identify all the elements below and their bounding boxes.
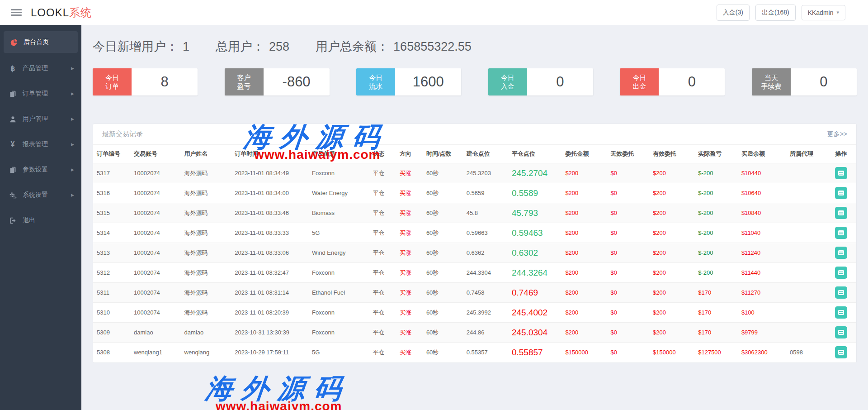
deposit-button[interactable]: 入金(3)	[717, 5, 750, 21]
table-cell-open: 0.6362	[463, 243, 508, 263]
card-today-flow: 今日流水 1600	[356, 68, 461, 95]
table-cell-time: 2023-11-01 08:33:06	[231, 243, 308, 263]
table-cell-duration: 60秒	[423, 163, 463, 183]
table-cell-action	[831, 343, 856, 362]
order-detail-button[interactable]	[835, 306, 847, 319]
table-row: 531310002074海外源码2023-11-01 08:33:06Wind …	[93, 243, 856, 263]
card-today-withdraw: 今日出金 0	[620, 68, 725, 95]
table-cell-account: 10002074	[130, 183, 181, 203]
sidebar-item-users[interactable]: 用户管理 ▶	[0, 106, 81, 132]
sidebar-item-orders[interactable]: 订单管理 ▶	[0, 81, 81, 106]
table-cell-duration: 60秒	[423, 243, 463, 263]
table-cell-balance: $10840	[738, 203, 786, 223]
table-header-row: 订单编号交易账号用户姓名订单时间产品信息状态方向时间/点数建仓点位平仓点位委托金…	[93, 145, 856, 163]
table-cell-action	[831, 263, 856, 283]
table-cell-name: 海外源码	[181, 283, 231, 303]
table-cell-id: 5311	[93, 283, 130, 303]
bitcoin-icon: ฿	[7, 64, 18, 73]
order-detail-button[interactable]	[835, 207, 847, 219]
table-cell-agent	[786, 243, 831, 263]
table-cell-close: 244.3264	[508, 263, 561, 283]
list-icon	[838, 171, 844, 176]
table-cell-id: 5315	[93, 203, 130, 223]
table-cell-duration: 60秒	[423, 203, 463, 223]
table-cell-account: 10002074	[130, 223, 181, 243]
stat-label: 总用户：	[216, 40, 264, 53]
card-today-deposit: 今日入金 0	[488, 68, 593, 95]
sidebar-item-label: 订单管理	[23, 90, 48, 98]
stat-label: 今日新增用户：	[93, 40, 178, 53]
table-cell-name: wenqiang	[181, 343, 231, 362]
table-cell-open: 245.3992	[463, 303, 508, 323]
table-cell-balance: $11440	[738, 263, 786, 283]
table-cell-time: 2023-10-29 17:59:11	[231, 343, 308, 362]
table-cell-balance: $11270	[738, 283, 786, 303]
table-cell-action	[831, 203, 856, 223]
withdraw-button[interactable]: 出金(168)	[755, 5, 796, 21]
table-cell-open: 0.7458	[463, 283, 508, 303]
column-header-id: 订单编号	[93, 145, 130, 163]
table-cell-amount: $200	[561, 223, 607, 243]
table-cell-account: wenqiang1	[130, 343, 181, 362]
table-cell-account: 10002074	[130, 263, 181, 283]
table-cell-balance: $100	[738, 303, 786, 323]
logout-icon	[7, 217, 18, 224]
table-cell-direction: 买涨	[396, 263, 423, 283]
table-cell-name: damiao	[181, 323, 231, 343]
order-detail-button[interactable]	[835, 167, 847, 179]
order-detail-button[interactable]	[835, 247, 847, 259]
order-detail-button[interactable]	[835, 326, 847, 338]
table-row: 531710002074海外源码2023-11-01 08:34:49Foxco…	[93, 163, 856, 183]
table-cell-id: 5316	[93, 183, 130, 203]
list-icon	[838, 310, 844, 315]
sidebar-item-logout[interactable]: 退出	[0, 208, 81, 233]
table-cell-valid: $200	[649, 223, 694, 243]
order-detail-button[interactable]	[835, 187, 847, 199]
sidebar-item-products[interactable]: ฿ 产品管理 ▶	[0, 56, 81, 81]
main-content: 今日新增用户：1 总用户：258 用户总余额：165855322.55 今日订单…	[81, 25, 868, 410]
table-cell-open: 45.8	[463, 203, 508, 223]
order-detail-button[interactable]	[835, 227, 847, 239]
summary-cards: 今日订单 8 客户盈亏 -860 今日流水 1600 今日入金 0 今日出金 0…	[93, 68, 857, 95]
chevron-right-icon: ▶	[71, 167, 74, 172]
sidebar-item-settings[interactable]: 系统设置 ▶	[0, 182, 81, 208]
user-menu-button[interactable]: KKadmin ▾	[802, 5, 845, 20]
table-cell-valid: $200	[649, 183, 694, 203]
chevron-right-icon: ▶	[71, 66, 74, 71]
table-cell-amount: $200	[561, 243, 607, 263]
menu-toggle-icon[interactable]	[11, 8, 22, 17]
order-detail-button[interactable]	[835, 286, 847, 299]
table-cell-close: 0.59463	[508, 223, 561, 243]
table-cell-duration: 60秒	[423, 183, 463, 203]
stat-value: 1	[183, 40, 189, 53]
table-cell-product: Water Energy	[308, 183, 369, 203]
table-cell-time: 2023-10-31 13:30:39	[231, 323, 308, 343]
list-icon	[838, 210, 844, 215]
params-icon	[7, 166, 18, 174]
sidebar-item-dashboard[interactable]: 后台首页	[4, 31, 78, 53]
list-icon	[838, 330, 844, 335]
sidebar-item-params[interactable]: 参数设置 ▶	[0, 157, 81, 182]
table-cell-valid: $200	[649, 203, 694, 223]
sidebar-item-label: 后台首页	[24, 38, 49, 46]
column-header-account: 交易账号	[130, 145, 181, 163]
table-cell-agent	[786, 323, 831, 343]
order-detail-button[interactable]	[835, 346, 847, 358]
table-cell-duration: 60秒	[423, 303, 463, 323]
column-header-invalid: 无效委托	[607, 145, 649, 163]
table-cell-agent	[786, 303, 831, 323]
order-detail-button[interactable]	[835, 267, 847, 279]
latest-trades-panel: 最新交易记录 更多>> 订单编号交易账号用户姓名订单时间产品信息状态方向时间/点…	[93, 124, 857, 363]
table-cell-amount: $200	[561, 263, 607, 283]
table-cell-account: 10002074	[130, 243, 181, 263]
panel-header: 最新交易记录 更多>>	[93, 124, 856, 145]
sidebar-item-reports[interactable]: ¥ 报表管理 ▶	[0, 132, 81, 157]
table-cell-account: 10002074	[130, 163, 181, 183]
column-header-balance: 买后余额	[738, 145, 786, 163]
table-cell-account: 10002074	[130, 283, 181, 303]
table-cell-close: 245.0304	[508, 323, 561, 343]
table-cell-amount: $200	[561, 183, 607, 203]
table-cell-action	[831, 183, 856, 203]
more-link[interactable]: 更多>>	[827, 130, 847, 138]
table-cell-duration: 60秒	[423, 323, 463, 343]
